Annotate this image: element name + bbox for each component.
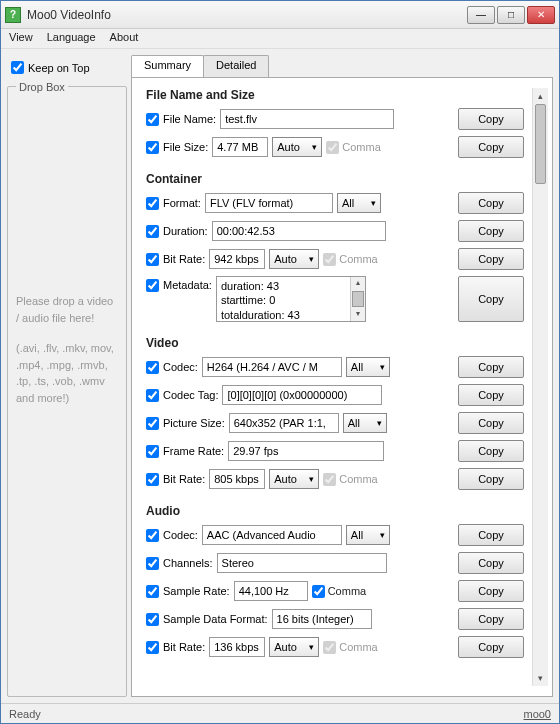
scroll-down-icon[interactable]: ▾ [533,670,548,686]
container-bitrate-checkbox[interactable] [146,253,159,266]
metadata-text: duration: 43 starttime: 0 totalduration:… [221,279,361,322]
channels-copy-button[interactable]: Copy [458,552,524,574]
keep-on-top-checkbox[interactable] [11,61,24,74]
sampledfmt-copy-button[interactable]: Copy [458,608,524,630]
codectag-copy-button[interactable]: Copy [458,384,524,406]
samplerate-copy-button[interactable]: Copy [458,580,524,602]
video-codec-select[interactable]: All [346,357,390,377]
menu-view[interactable]: View [9,31,33,46]
channels-checkbox[interactable] [146,557,159,570]
format-checkbox[interactable] [146,197,159,210]
format-select[interactable]: All [337,193,381,213]
filesize-label: File Size: [163,141,208,153]
duration-value[interactable]: 00:00:42.53 [212,221,386,241]
picsize-select[interactable]: All [343,413,387,433]
audio-bitrate-copy-button[interactable]: Copy [458,636,524,658]
scroll-thumb[interactable] [535,104,546,184]
picsize-checkbox[interactable] [146,417,159,430]
sampledfmt-label: Sample Data Format: [163,613,268,625]
filesize-comma-label: Comma [342,141,381,153]
container-bitrate-comma-label: Comma [339,253,378,265]
container-bitrate-select[interactable]: Auto [269,249,319,269]
samplerate-comma-checkbox[interactable] [312,585,325,598]
video-codec-checkbox[interactable] [146,361,159,374]
filename-checkbox[interactable] [146,113,159,126]
codectag-value[interactable]: [0][0][0][0] (0x00000000) [222,385,382,405]
metadata-checkbox[interactable] [146,279,159,292]
tab-summary[interactable]: Summary [131,55,204,77]
titlebar: ? Moo0 VideoInfo — □ ✕ [1,1,559,29]
samplerate-checkbox[interactable] [146,585,159,598]
audio-bitrate-select[interactable]: Auto [269,637,319,657]
maximize-button[interactable]: □ [497,6,525,24]
container-bitrate-copy-button[interactable]: Copy [458,248,524,270]
tab-detailed[interactable]: Detailed [203,55,269,77]
filesize-comma-checkbox[interactable] [326,141,339,154]
audio-bitrate-comma-checkbox[interactable] [323,641,336,654]
section-container-heading: Container [146,172,524,186]
video-codec-label: Codec: [163,361,198,373]
framerate-checkbox[interactable] [146,445,159,458]
filesize-checkbox[interactable] [146,141,159,154]
metadata-copy-button[interactable]: Copy [458,276,524,322]
metadata-value[interactable]: duration: 43 starttime: 0 totalduration:… [216,276,366,322]
video-codec-copy-button[interactable]: Copy [458,356,524,378]
dropbox-text: Please drop a video / audio file here! [16,293,118,326]
close-button[interactable]: ✕ [527,6,555,24]
container-bitrate-label: Bit Rate: [163,253,205,265]
sampledfmt-value[interactable]: 16 bits (Integer) [272,609,372,629]
dropbox[interactable]: Drop Box Please drop a video / audio fil… [7,86,127,697]
filename-value[interactable]: test.flv [220,109,394,129]
picsize-copy-button[interactable]: Copy [458,412,524,434]
channels-label: Channels: [163,557,213,569]
container-bitrate-comma-checkbox[interactable] [323,253,336,266]
menubar: View Language About [1,29,559,49]
filesize-value[interactable]: 4.77 MB [212,137,268,157]
audio-codec-value[interactable]: AAC (Advanced Audio [202,525,342,545]
video-bitrate-select[interactable]: Auto [269,469,319,489]
section-audio-heading: Audio [146,504,524,518]
dropbox-title: Drop Box [16,81,68,93]
video-bitrate-value[interactable]: 805 kbps [209,469,265,489]
codectag-checkbox[interactable] [146,389,159,402]
video-bitrate-comma-label: Comma [339,473,378,485]
status-link[interactable]: moo0 [523,708,551,720]
scroll-up-icon[interactable]: ▴ [533,88,548,104]
channels-value[interactable]: Stereo [217,553,387,573]
duration-copy-button[interactable]: Copy [458,220,524,242]
picsize-value[interactable]: 640x352 (PAR 1:1, [229,413,339,433]
audio-bitrate-checkbox[interactable] [146,641,159,654]
audio-codec-checkbox[interactable] [146,529,159,542]
video-bitrate-copy-button[interactable]: Copy [458,468,524,490]
samplerate-comma-label: Comma [328,585,367,597]
audio-codec-copy-button[interactable]: Copy [458,524,524,546]
audio-bitrate-value[interactable]: 136 kbps [209,637,265,657]
video-bitrate-checkbox[interactable] [146,473,159,486]
content-scrollbar[interactable]: ▴ ▾ [532,88,548,686]
sampledfmt-checkbox[interactable] [146,613,159,626]
picsize-label: Picture Size: [163,417,225,429]
audio-codec-select[interactable]: All [346,525,390,545]
format-copy-button[interactable]: Copy [458,192,524,214]
video-bitrate-label: Bit Rate: [163,473,205,485]
menu-about[interactable]: About [110,31,139,46]
filename-label: File Name: [163,113,216,125]
filename-copy-button[interactable]: Copy [458,108,524,130]
format-value[interactable]: FLV (FLV format) [205,193,333,213]
window-title: Moo0 VideoInfo [27,8,467,22]
minimize-button[interactable]: — [467,6,495,24]
filesize-unit-select[interactable]: Auto [272,137,322,157]
metadata-scrollbar[interactable]: ▴▾ [350,277,365,321]
filesize-copy-button[interactable]: Copy [458,136,524,158]
samplerate-label: Sample Rate: [163,585,230,597]
format-label: Format: [163,197,201,209]
container-bitrate-value[interactable]: 942 kbps [209,249,265,269]
menu-language[interactable]: Language [47,31,96,46]
duration-checkbox[interactable] [146,225,159,238]
framerate-value[interactable]: 29.97 fps [228,441,384,461]
samplerate-value[interactable]: 44,100 Hz [234,581,308,601]
keep-on-top-label: Keep on Top [28,62,90,74]
framerate-copy-button[interactable]: Copy [458,440,524,462]
video-bitrate-comma-checkbox[interactable] [323,473,336,486]
video-codec-value[interactable]: H264 (H.264 / AVC / M [202,357,342,377]
